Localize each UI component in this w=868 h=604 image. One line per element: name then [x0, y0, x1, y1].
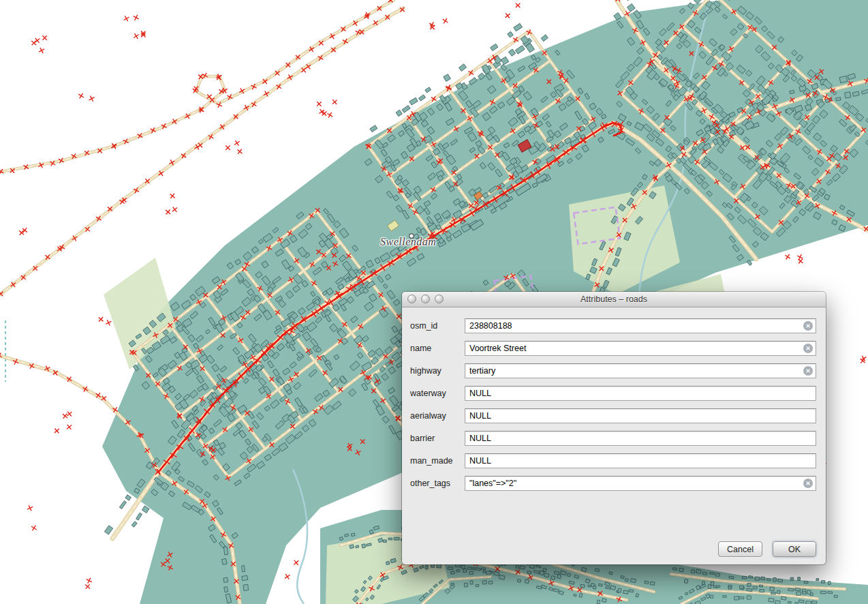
clear-icon[interactable]: ✕ — [803, 321, 813, 331]
field-label-man-made: man_made — [410, 456, 465, 466]
waterway-input[interactable] — [465, 386, 816, 401]
field-label-highway: highway — [410, 366, 465, 376]
field-row: aerialway — [410, 408, 816, 423]
field-label-aerialway: aerialway — [410, 411, 465, 421]
highway-input[interactable] — [465, 363, 816, 378]
close-button[interactable] — [407, 295, 416, 303]
dialog-titlebar[interactable]: Attributes – roads — [402, 292, 826, 307]
clear-icon[interactable]: ✕ — [803, 479, 813, 488]
minimize-button[interactable] — [421, 295, 430, 303]
man-made-input[interactable] — [465, 453, 816, 468]
field-row: highway ✕ — [410, 363, 816, 378]
window-controls — [407, 295, 444, 303]
field-row: barrier — [410, 431, 816, 446]
dialog-buttons: Cancel OK — [718, 541, 816, 557]
place-label: Swellendam — [380, 236, 436, 248]
field-row: waterway — [410, 386, 816, 401]
field-label-osm-id: osm_id — [410, 321, 465, 331]
zoom-button[interactable] — [435, 295, 444, 303]
field-row: osm_id ✕ — [410, 318, 816, 333]
other-tags-input[interactable] — [465, 476, 816, 491]
aerialway-input[interactable] — [465, 408, 816, 423]
field-row: man_made — [410, 453, 816, 468]
field-label-barrier: barrier — [410, 434, 465, 443]
dialog-title: Attributes – roads — [580, 295, 647, 304]
field-row: name ✕ — [410, 341, 816, 356]
attributes-form: osm_id ✕ name ✕ highway ✕ waterway — [402, 307, 826, 491]
osm-id-input[interactable] — [465, 318, 816, 333]
field-row: other_tags ✕ — [410, 476, 816, 491]
field-label-other-tags: other_tags — [410, 479, 465, 488]
ok-button[interactable]: OK — [773, 541, 816, 557]
barrier-input[interactable] — [465, 431, 816, 446]
cancel-button[interactable]: Cancel — [718, 541, 762, 557]
field-label-name: name — [410, 344, 465, 353]
attributes-dialog: Attributes – roads osm_id ✕ name ✕ highw… — [402, 292, 826, 564]
name-input[interactable] — [465, 341, 816, 356]
field-label-waterway: waterway — [410, 389, 465, 398]
clear-icon[interactable]: ✕ — [803, 344, 813, 353]
clear-icon[interactable]: ✕ — [803, 366, 813, 376]
